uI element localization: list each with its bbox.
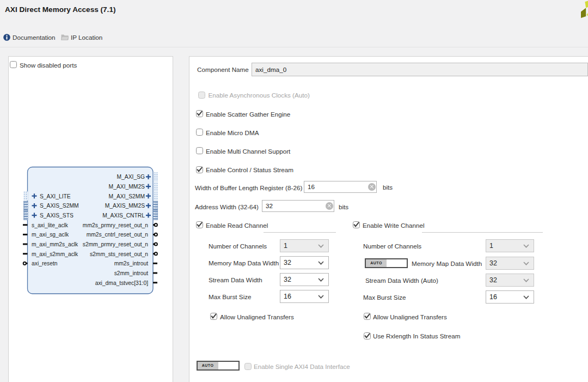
svg-text:s2mm_prmry_reset_out_n: s2mm_prmry_reset_out_n bbox=[83, 241, 148, 247]
svg-text:s_axi_lite_aclk: s_axi_lite_aclk bbox=[32, 222, 69, 228]
svg-text:M_AXIS_CNTRL: M_AXIS_CNTRL bbox=[102, 213, 145, 219]
svg-text:axi_dma_tstvec[31:0]: axi_dma_tstvec[31:0] bbox=[95, 280, 148, 286]
svg-text:m_axi_s2mm_aclk: m_axi_s2mm_aclk bbox=[32, 251, 78, 257]
svg-text:mm2s_prmry_reset_out_n: mm2s_prmry_reset_out_n bbox=[83, 222, 148, 228]
svg-text:s2mm_introut: s2mm_introut bbox=[114, 270, 149, 276]
svg-text:S_AXI_LITE: S_AXI_LITE bbox=[40, 193, 71, 199]
svg-text:M_AXIS_MM2S: M_AXIS_MM2S bbox=[105, 203, 145, 209]
svg-text:s2mm_sts_reset_out_n: s2mm_sts_reset_out_n bbox=[90, 251, 148, 257]
svg-text:m_axi_mm2s_aclk: m_axi_mm2s_aclk bbox=[32, 241, 78, 247]
svg-text:mm2s_introut: mm2s_introut bbox=[114, 260, 149, 266]
svg-text:M_AXI_S2MM: M_AXI_S2MM bbox=[109, 193, 145, 199]
svg-text:S_AXIS_S2MM: S_AXIS_S2MM bbox=[40, 203, 79, 209]
svg-text:M_AXI_SG: M_AXI_SG bbox=[117, 174, 145, 180]
svg-text:axi_resetn: axi_resetn bbox=[32, 260, 58, 266]
svg-text:S_AXIS_STS: S_AXIS_STS bbox=[40, 213, 74, 219]
svg-text:m_axi_sg_aclk: m_axi_sg_aclk bbox=[32, 232, 69, 238]
svg-text:mm2s_cntrl_reset_out_n: mm2s_cntrl_reset_out_n bbox=[87, 232, 149, 238]
svg-text:M_AXI_MM2S: M_AXI_MM2S bbox=[109, 184, 145, 190]
